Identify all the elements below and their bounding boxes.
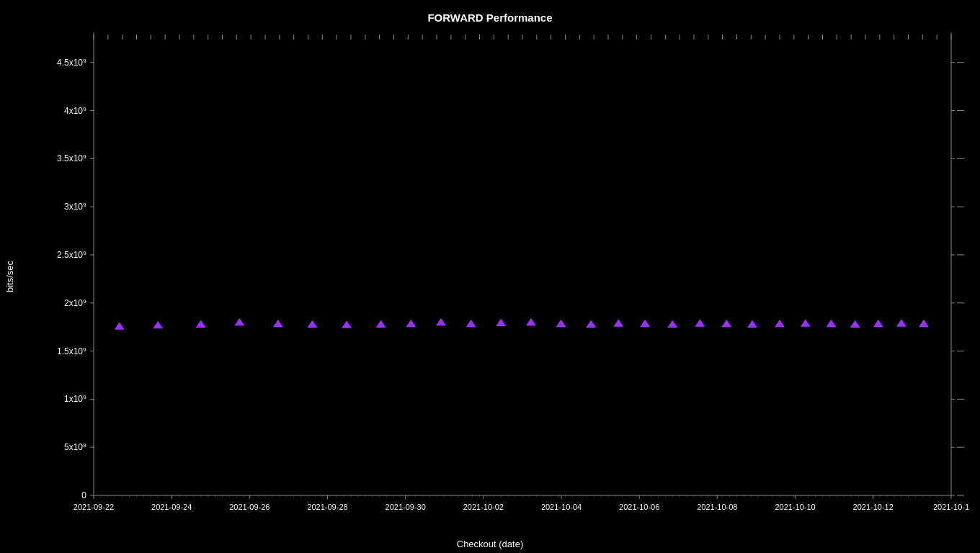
svg-text:2.5x10⁹: 2.5x10⁹ (57, 250, 86, 260)
data-point (896, 319, 906, 327)
svg-text:3.5x10⁹: 3.5x10⁹ (57, 153, 86, 163)
chart-svg: 4.5x10⁹4x10⁹3.5x10⁹3x10⁹2.5x10⁹2x10⁹1.5x… (0, 0, 980, 553)
data-point (919, 320, 929, 328)
svg-text:2021-10-08: 2021-10-08 (697, 503, 737, 511)
data-point (747, 320, 757, 328)
svg-text:4.5x10⁹: 4.5x10⁹ (57, 58, 86, 68)
data-point (721, 320, 731, 328)
data-point (436, 318, 446, 326)
data-point (273, 320, 283, 328)
data-point (376, 320, 386, 328)
data-point (775, 320, 785, 328)
svg-text:1.5x10⁹: 1.5x10⁹ (57, 346, 86, 356)
data-point (466, 320, 476, 328)
data-point (196, 320, 206, 328)
data-point (153, 321, 163, 329)
svg-text:3x10⁹: 3x10⁹ (64, 202, 86, 212)
svg-text:5x10⁸: 5x10⁸ (64, 442, 86, 452)
svg-text:2021-10-02: 2021-10-02 (463, 503, 504, 511)
svg-text:Checkout (date): Checkout (date) (457, 539, 524, 549)
data-point (586, 320, 596, 328)
data-point (406, 320, 416, 328)
data-point (115, 322, 125, 330)
svg-text:4x10⁹: 4x10⁹ (64, 106, 86, 116)
svg-text:0: 0 (81, 490, 86, 500)
svg-text:bits/sec: bits/sec (4, 260, 15, 292)
svg-text:2021-09-26: 2021-09-26 (229, 503, 270, 511)
svg-text:2021-10-1: 2021-10-1 (933, 503, 969, 511)
data-point (496, 318, 506, 326)
data-point (873, 320, 883, 328)
svg-text:2021-10-10: 2021-10-10 (775, 503, 815, 511)
data-point (234, 318, 244, 326)
data-point (695, 319, 705, 327)
svg-text:2021-10-04: 2021-10-04 (541, 503, 582, 511)
svg-text:2021-09-30: 2021-09-30 (386, 503, 426, 511)
data-point (640, 320, 650, 328)
data-point (826, 320, 836, 328)
data-point (613, 319, 623, 327)
data-point (801, 319, 811, 327)
svg-text:2021-10-12: 2021-10-12 (853, 503, 894, 511)
svg-text:2x10⁹: 2x10⁹ (64, 298, 86, 308)
data-point (556, 320, 566, 328)
svg-text:1x10⁹: 1x10⁹ (64, 394, 86, 404)
svg-text:2021-09-24: 2021-09-24 (151, 503, 192, 511)
data-point (667, 320, 677, 328)
data-point (526, 318, 536, 326)
chart-container: FORWARD Performance 4.5x10⁹4x10⁹3.5x10⁹3… (0, 0, 980, 553)
svg-text:2021-10-06: 2021-10-06 (619, 503, 659, 511)
svg-text:2021-09-22: 2021-09-22 (74, 503, 114, 511)
data-point (342, 320, 352, 328)
data-point (850, 320, 860, 328)
data-point (307, 320, 317, 328)
svg-text:2021-09-28: 2021-09-28 (307, 503, 347, 511)
